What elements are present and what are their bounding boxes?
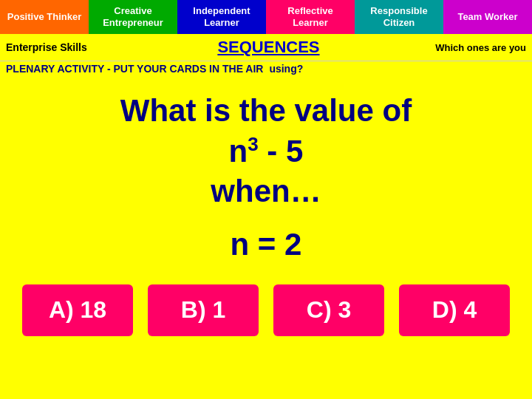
sequences-label: SEQUENCES [102,38,435,57]
nav-item-positive-thinker[interactable]: Positive Thinker [0,0,89,34]
nav-label-reflective: Reflective Learner [270,5,350,28]
question-text-line3: when… [211,174,321,208]
answer-btn-d[interactable]: D) 4 [399,284,510,336]
nav-item-responsible-citizen[interactable]: Responsible Citizen [355,0,443,34]
nav-item-team-worker[interactable]: Team Worker [443,0,532,34]
question-n-base: n [229,134,248,168]
question-line2: n3 - 5 [229,132,304,172]
nav-label-independent: Independent Learner [182,5,262,28]
main-content: What is the value of n3 - 5 when… n = 2 [106,83,426,262]
nav-label-responsible: Responsible Citizen [359,5,439,28]
content-area: What is the value of n3 - 5 when… n = 2 … [0,76,532,336]
second-row: Enterprise Skills SEQUENCES Which ones a… [0,34,532,61]
answer-btn-b[interactable]: B) 1 [148,284,259,336]
nav-label-positive: Positive Thinker [7,11,81,23]
plenary-text: PLENARY ACTIVITY - PUT YOUR CARDS IN THE… [6,63,263,75]
top-nav: Positive Thinker Creative Entrepreneur I… [0,0,532,34]
nav-item-creative-entrepreneur[interactable]: Creative Entrepreneur [89,0,177,34]
answer-row: A) 18 B) 1 C) 3 D) 4 [0,284,532,336]
nav-label-team: Team Worker [457,11,517,23]
plenary-banner: PLENARY ACTIVITY - PUT YOUR CARDS IN THE… [0,61,532,76]
which-ones-label: Which ones are you [435,42,526,53]
n-value-display: n = 2 [231,227,302,262]
nav-label-creative: Creative Entrepreneur [93,5,173,28]
nav-item-independent-learner[interactable]: Independent Learner [177,0,266,34]
using-text: using? [269,63,303,75]
question-n-exp: 3 [248,133,258,155]
question-text-line1: What is the value of [120,93,412,128]
answer-btn-a[interactable]: A) 18 [22,284,133,336]
question-rest: - 5 [259,134,304,168]
question-line3: when… [211,171,321,212]
nav-item-reflective-learner[interactable]: Reflective Learner [266,0,355,34]
question-line1: What is the value of [120,91,412,132]
answer-btn-c[interactable]: C) 3 [273,284,384,336]
enterprise-skills-label: Enterprise Skills [6,41,87,53]
